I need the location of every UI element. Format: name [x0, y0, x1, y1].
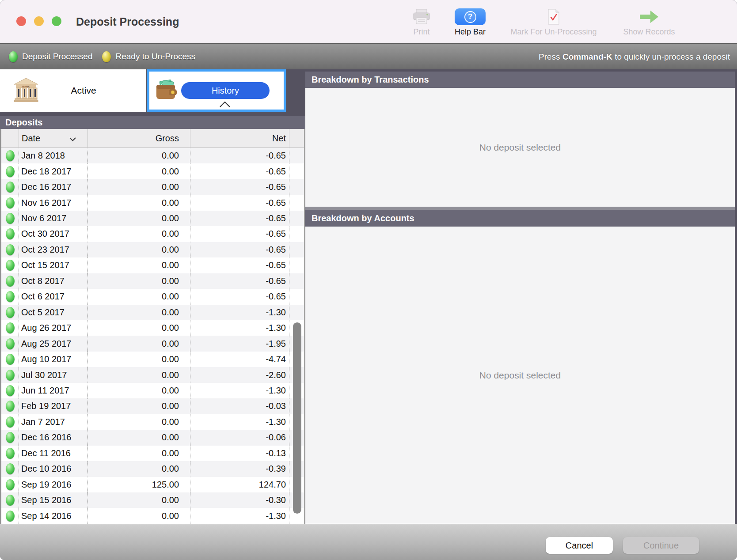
table-row[interactable]: Jan 7 20170.00-1.30: [1, 414, 304, 430]
deposits-table-header: Date Gross Net: [1, 129, 304, 148]
close-window-button[interactable]: [16, 16, 26, 26]
cell-gross: 0.00: [87, 148, 190, 163]
cell-date: Dec 16 2017: [19, 179, 87, 195]
table-row[interactable]: Aug 26 20170.00-1.30: [1, 320, 304, 336]
table-row[interactable]: Dec 10 20160.00-0.39: [1, 461, 304, 477]
table-row[interactable]: Sep 15 20160.00-0.30: [1, 492, 304, 508]
cancel-button[interactable]: Cancel: [546, 537, 613, 554]
cell-date: Nov 6 2017: [19, 211, 87, 226]
printer-icon: [413, 7, 430, 26]
deposit-processed-dot-icon: [6, 338, 15, 349]
table-row[interactable]: Aug 25 20170.00-1.95: [1, 336, 304, 351]
table-row[interactable]: Nov 6 20170.00-0.65: [1, 211, 304, 226]
table-row[interactable]: Oct 30 20170.00-0.65: [1, 226, 304, 242]
cell-gross: 0.00: [87, 320, 190, 336]
cell-net: -0.65: [190, 148, 289, 163]
tab-active[interactable]: BANK Act: [0, 69, 146, 112]
ready-legend-label: Ready to Un-Process: [115, 52, 195, 61]
cell-date: Jan 8 2018: [19, 148, 87, 163]
deposit-status-cell: [1, 352, 19, 367]
help-icon: ?: [455, 7, 486, 26]
table-row[interactable]: Oct 15 20170.00-0.65: [1, 257, 304, 273]
svg-text:BANK: BANK: [22, 85, 30, 88]
deposit-processed-dot-icon: [6, 291, 15, 302]
cell-filler: [289, 257, 304, 273]
table-row[interactable]: Dec 11 20160.00-0.13: [1, 446, 304, 461]
table-row[interactable]: Jul 30 20170.00-2.60: [1, 367, 304, 382]
deposit-status-cell: [1, 336, 19, 351]
deposit-processed-dot-icon: [6, 307, 15, 318]
cell-net: -1.30: [190, 414, 289, 430]
status-legend: Deposit Processed Ready to Un-Process: [0, 51, 201, 62]
deposit-status-cell: [1, 383, 19, 398]
table-scrollbar-thumb[interactable]: [293, 322, 301, 514]
cell-gross: 0.00: [87, 226, 190, 242]
deposit-status-cell: [1, 367, 19, 382]
deposit-processed-dot-icon: [6, 495, 15, 506]
cell-gross: 0.00: [87, 430, 190, 445]
zoom-window-button[interactable]: [52, 16, 61, 26]
table-row[interactable]: Feb 19 20170.00-0.03: [1, 398, 304, 414]
table-row[interactable]: Dec 16 20160.00-0.06: [1, 430, 304, 445]
deposit-processed-dot-icon: [6, 260, 15, 271]
deposit-processed-dot-icon: [6, 150, 15, 161]
cell-date: Sep 14 2016: [19, 508, 87, 523]
cell-gross: 0.00: [87, 398, 190, 414]
mark-for-unprocessing-button: Mark For Un-Processing: [499, 7, 608, 40]
deposit-status-cell: [1, 477, 19, 492]
cell-net: -4.74: [190, 352, 289, 367]
column-header-filler: [289, 129, 304, 148]
table-row[interactable]: Sep 14 20160.00-1.30: [1, 508, 304, 523]
show-records-label: Show Records: [623, 27, 675, 37]
deposit-status-cell: [1, 305, 19, 320]
deposit-status-cell: [1, 242, 19, 257]
cell-net: -0.65: [190, 257, 289, 273]
cell-gross: 0.00: [87, 461, 190, 477]
table-row[interactable]: Oct 6 20170.00-0.65: [1, 289, 304, 304]
column-header-date[interactable]: Date: [19, 129, 87, 148]
hint-key: Command-K: [562, 52, 612, 61]
cell-net: -0.30: [190, 492, 289, 508]
help-bar-label: Help Bar: [455, 27, 486, 37]
cell-net: -0.65: [190, 289, 289, 304]
deposit-processed-dot-icon: [6, 479, 15, 490]
table-row[interactable]: Jun 11 20170.00-1.30: [1, 383, 304, 398]
cell-gross: 0.00: [87, 414, 190, 430]
deposit-processed-dot-icon: [6, 448, 15, 459]
deposit-processed-dot-icon: [6, 197, 15, 208]
table-row[interactable]: Dec 16 20170.00-0.65: [1, 179, 304, 195]
minimize-window-button[interactable]: [34, 16, 44, 26]
table-row[interactable]: Dec 18 20170.00-0.65: [1, 163, 304, 179]
table-row[interactable]: Oct 5 20170.00-1.30: [1, 305, 304, 320]
table-row[interactable]: Oct 8 20170.00-0.65: [1, 273, 304, 289]
cell-net: -1.95: [190, 336, 289, 351]
cell-gross: 0.00: [87, 273, 190, 289]
table-row[interactable]: Aug 10 20170.00-4.74: [1, 352, 304, 367]
accounts-empty-message: No deposit selected: [479, 370, 561, 381]
deposit-status-cell: [1, 211, 19, 226]
tab-history[interactable]: History: [147, 69, 286, 112]
print-label: Print: [413, 27, 429, 37]
panel-divider: [305, 207, 735, 210]
mark-for-unprocessing-label: Mark For Un-Processing: [510, 27, 596, 37]
table-row[interactable]: Nov 16 20170.00-0.65: [1, 195, 304, 210]
table-row[interactable]: Oct 23 20170.00-0.65: [1, 242, 304, 257]
deposit-processed-dot-icon: [6, 213, 15, 224]
help-bar-button[interactable]: ? Help Bar: [444, 7, 496, 40]
deposit-status-cell: [1, 320, 19, 336]
cell-gross: 0.00: [87, 336, 190, 351]
cell-gross: 0.00: [87, 446, 190, 461]
ready-dot-icon: [102, 51, 111, 62]
tab-history-button[interactable]: History: [181, 82, 270, 99]
cell-date: Jan 7 2017: [19, 414, 87, 430]
cell-filler: [289, 148, 304, 163]
column-header-gross[interactable]: Gross: [87, 129, 190, 148]
column-header-net[interactable]: Net: [190, 129, 289, 148]
breakdown-transactions-panel: No deposit selected: [305, 88, 735, 207]
print-button: Print: [405, 7, 438, 40]
window-title: Deposit Processing: [76, 0, 179, 43]
table-row[interactable]: Jan 8 20180.00-0.65: [1, 148, 304, 163]
cell-date: Dec 10 2016: [19, 461, 87, 477]
table-row[interactable]: Sep 19 2016125.00124.70: [1, 477, 304, 492]
cell-date: Dec 11 2016: [19, 446, 87, 461]
